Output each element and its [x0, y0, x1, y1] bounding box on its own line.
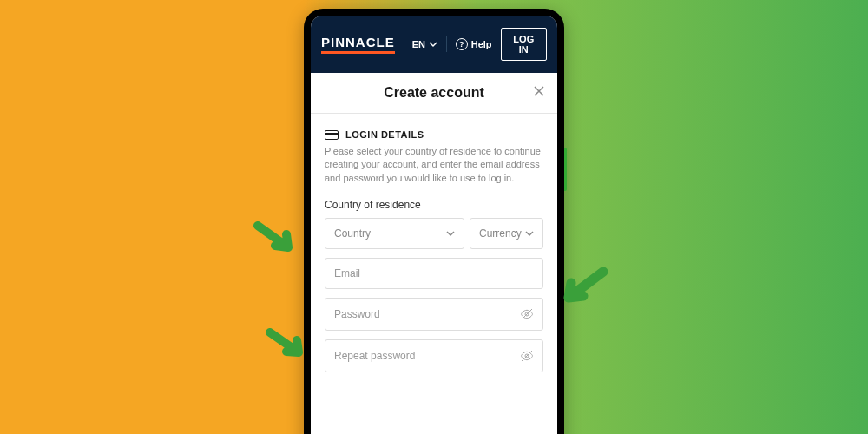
annotation-arrow-icon — [253, 221, 306, 265]
close-icon — [533, 85, 545, 97]
section-description: Please select your country of residence … — [325, 145, 543, 185]
repeat-password-field[interactable] — [334, 350, 520, 362]
page-title: Create account — [384, 85, 484, 101]
header-divider — [446, 36, 447, 52]
email-field-wrap[interactable] — [325, 258, 543, 289]
help-icon: ? — [456, 38, 468, 50]
chevron-down-icon — [446, 229, 455, 238]
eye-off-icon[interactable] — [520, 349, 534, 363]
signup-form: LOGIN DETAILS Please select your country… — [311, 114, 557, 434]
close-button[interactable] — [533, 85, 545, 101]
app-screen: PINNACLE EN ? Help LOG IN Create account… — [311, 16, 557, 434]
chevron-down-icon — [525, 229, 534, 238]
currency-select-value: Currency — [479, 227, 522, 240]
page-titlebar: Create account — [311, 73, 557, 114]
annotation-arrow-icon — [556, 267, 608, 315]
country-select[interactable]: Country — [325, 218, 464, 249]
phone-power-button — [564, 148, 567, 191]
password-field[interactable] — [334, 308, 520, 320]
annotation-arrow-icon — [266, 328, 313, 367]
email-field[interactable] — [334, 267, 534, 279]
help-link[interactable]: ? Help — [456, 38, 492, 50]
section-title: LOGIN DETAILS — [345, 129, 424, 140]
section-header: LOGIN DETAILS — [325, 129, 543, 140]
chevron-down-icon — [429, 40, 437, 49]
help-label: Help — [471, 39, 492, 49]
repeat-password-field-wrap[interactable] — [325, 339, 543, 372]
brand-logo[interactable]: PINNACLE — [321, 35, 395, 54]
eye-off-icon[interactable] — [520, 307, 534, 321]
password-field-wrap[interactable] — [325, 298, 543, 331]
country-select-value: Country — [334, 227, 371, 240]
language-selector[interactable]: EN — [412, 39, 437, 49]
app-header: PINNACLE EN ? Help LOG IN — [311, 16, 557, 73]
country-label: Country of residence — [325, 199, 543, 211]
login-button[interactable]: LOG IN — [501, 28, 547, 61]
language-label: EN — [412, 39, 425, 49]
phone-frame: PINNACLE EN ? Help LOG IN Create account… — [304, 9, 564, 434]
currency-select[interactable]: Currency — [470, 218, 543, 249]
id-card-icon — [325, 130, 339, 140]
